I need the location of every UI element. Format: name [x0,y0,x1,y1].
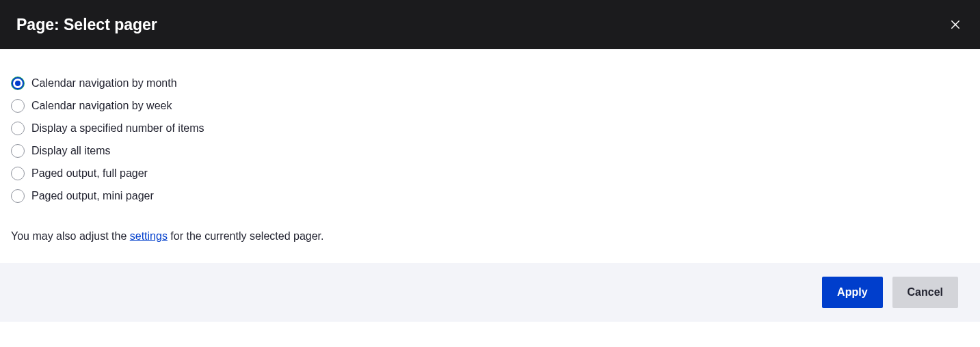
radio-label: Calendar navigation by month [31,77,177,89]
radio-icon [11,167,25,180]
dialog-footer: Apply Cancel [0,263,980,322]
radio-option-calendar-month[interactable]: Calendar navigation by month [11,77,969,90]
radio-icon [11,122,25,135]
radio-option-calendar-week[interactable]: Calendar navigation by week [11,99,969,113]
hint-prefix: You may also adjust the [11,230,130,242]
close-button[interactable] [947,16,964,33]
radio-label: Calendar navigation by week [31,100,172,112]
radio-option-specified-items[interactable]: Display a specified number of items [11,122,969,135]
radio-icon [11,144,25,158]
apply-button[interactable]: Apply [822,277,882,308]
radio-icon [11,99,25,113]
pager-radio-group: Calendar navigation by month Calendar na… [11,77,969,203]
radio-label: Display all items [31,145,111,157]
close-icon [949,18,962,31]
dialog-header: Page: Select pager [0,0,980,49]
dialog-title: Page: Select pager [16,16,157,34]
radio-icon [11,77,25,90]
dialog-content: Calendar navigation by month Calendar na… [0,49,980,263]
radio-label: Display a specified number of items [31,122,204,135]
radio-option-mini-pager[interactable]: Paged output, mini pager [11,189,969,203]
settings-link[interactable]: settings [130,230,168,242]
radio-icon [11,189,25,203]
radio-option-full-pager[interactable]: Paged output, full pager [11,167,969,180]
radio-label: Paged output, full pager [31,167,148,180]
cancel-button[interactable]: Cancel [892,277,958,308]
hint-suffix: for the currently selected pager. [168,230,324,242]
radio-label: Paged output, mini pager [31,190,154,202]
hint-text: You may also adjust the settings for the… [11,230,969,242]
radio-option-all-items[interactable]: Display all items [11,144,969,158]
